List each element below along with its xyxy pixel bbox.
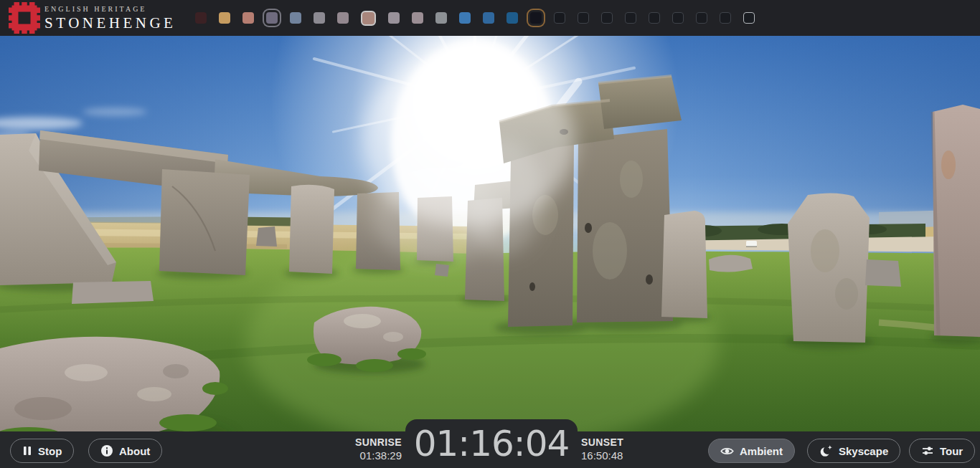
hour-swatch-4[interactable] xyxy=(266,12,278,24)
skyscape-mode-button[interactable]: Skyscape xyxy=(807,439,900,463)
hour-swatch-16[interactable] xyxy=(554,12,565,24)
sunrise-info: SUNRISE 01:38:29 xyxy=(355,436,402,462)
hour-swatch-24[interactable] xyxy=(743,12,755,24)
skyscape-button-label: Skyscape xyxy=(839,445,888,457)
clock-tab: 01:16:04 xyxy=(405,419,578,468)
hour-swatch-15[interactable] xyxy=(530,12,542,24)
distant-truck xyxy=(746,241,757,247)
hour-swatch-1[interactable] xyxy=(195,12,207,24)
stop-button[interactable]: Stop xyxy=(10,439,74,463)
stop-button-label: Stop xyxy=(38,445,62,457)
hour-swatch-19[interactable] xyxy=(625,12,636,24)
sunset-label: SUNSET xyxy=(581,436,623,449)
sunset-time: 16:50:48 xyxy=(581,449,623,463)
hour-swatch-9[interactable] xyxy=(388,12,400,24)
hour-swatch-17[interactable] xyxy=(578,12,589,24)
hour-swatch-6[interactable] xyxy=(314,12,325,24)
hour-swatch-20[interactable] xyxy=(649,12,660,24)
hour-swatch-10[interactable] xyxy=(412,12,423,24)
sunset-info: SUNSET 16:50:48 xyxy=(581,436,623,462)
header-bar: ENGLISH HERITAGE STONEHENGE xyxy=(0,0,980,36)
about-button-label: About xyxy=(119,445,150,457)
stonehenge-panorama[interactable] xyxy=(0,36,980,432)
current-time: 01:16:04 xyxy=(414,426,570,462)
hour-swatch-11[interactable] xyxy=(435,12,447,24)
english-heritage-logo[interactable] xyxy=(9,2,40,34)
distant-stone xyxy=(256,226,277,247)
brand-english-heritage: ENGLISH HERITAGE xyxy=(44,5,176,13)
brand: ENGLISH HERITAGE STONEHENGE xyxy=(44,5,176,32)
hour-swatch-7[interactable] xyxy=(337,12,349,24)
hour-palette-bar xyxy=(195,0,755,36)
english-heritage-logo-icon xyxy=(9,2,40,34)
moon-star-icon xyxy=(819,444,833,458)
ambient-mode-button[interactable]: Ambient xyxy=(708,439,795,463)
sunrise-label: SUNRISE xyxy=(355,436,402,449)
skyscape-app: ENGLISH HERITAGE STONEHENGE 01:16:04 SUN… xyxy=(0,0,980,468)
tour-button-label: Tour xyxy=(940,445,963,457)
ambient-button-label: Ambient xyxy=(740,445,783,457)
hour-swatch-18[interactable] xyxy=(601,12,613,24)
hour-swatch-2[interactable] xyxy=(219,12,230,24)
eye-icon xyxy=(720,444,734,458)
about-button[interactable]: About xyxy=(88,439,162,463)
hour-swatch-3[interactable] xyxy=(242,12,254,24)
hour-swatch-13[interactable] xyxy=(483,12,494,24)
sliders-icon xyxy=(921,444,934,457)
hour-swatch-12[interactable] xyxy=(459,12,471,24)
hour-swatch-8[interactable] xyxy=(361,11,376,26)
hour-swatch-22[interactable] xyxy=(696,12,707,24)
hour-swatch-21[interactable] xyxy=(672,12,684,24)
hour-swatch-14[interactable] xyxy=(507,12,518,24)
pause-icon xyxy=(22,446,32,456)
sunrise-time: 01:38:29 xyxy=(355,449,402,463)
info-icon xyxy=(100,444,113,457)
hour-swatch-23[interactable] xyxy=(720,12,731,24)
hour-swatch-5[interactable] xyxy=(290,12,301,24)
brand-stonehenge: STONEHENGE xyxy=(44,14,176,32)
tour-button[interactable]: Tour xyxy=(909,439,975,463)
